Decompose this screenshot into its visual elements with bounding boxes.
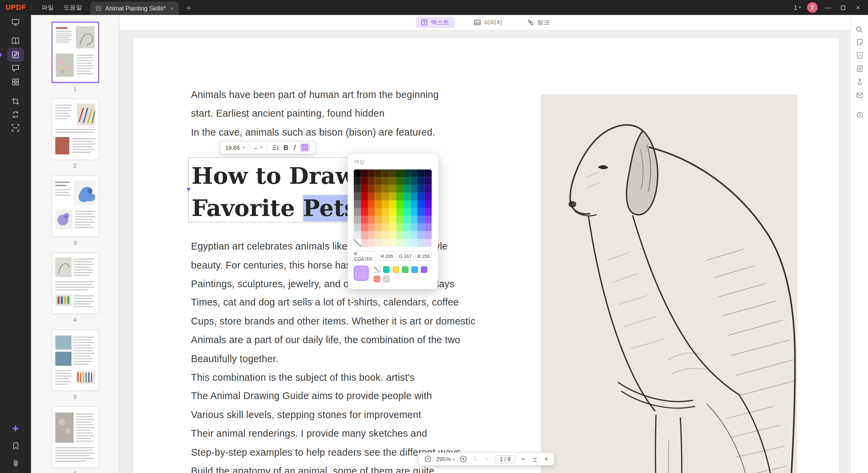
palette-cell-none[interactable] xyxy=(354,239,361,247)
image-tool-button[interactable]: 이미지 xyxy=(469,17,507,28)
palette-cell[interactable] xyxy=(403,200,411,208)
palette-cell[interactable] xyxy=(411,224,418,232)
blue-input[interactable]: B 255 xyxy=(416,251,432,261)
palette-cell[interactable] xyxy=(354,208,361,216)
thumbnail-page-5[interactable] xyxy=(51,329,99,391)
thumbnail-page-3[interactable] xyxy=(51,176,99,237)
palette-cell[interactable] xyxy=(411,208,418,216)
palette-cell[interactable] xyxy=(382,216,389,224)
quick-swatch[interactable] xyxy=(402,266,409,273)
organize-pages-button[interactable] xyxy=(7,75,24,89)
text-block-intro[interactable]: Animals have been part of human art from… xyxy=(191,86,439,142)
palette-cell[interactable] xyxy=(411,185,418,193)
tab-close-icon[interactable]: × xyxy=(170,5,174,12)
palette-cell[interactable] xyxy=(368,170,375,177)
palette-cell[interactable] xyxy=(375,185,382,193)
palette-cell[interactable] xyxy=(425,200,432,208)
palette-cell[interactable] xyxy=(389,177,396,185)
palette-cell[interactable] xyxy=(375,200,382,208)
ocr-button[interactable] xyxy=(7,121,24,135)
quick-swatch[interactable] xyxy=(411,266,418,273)
menu-help[interactable]: 도움말 xyxy=(59,3,87,12)
italic-button[interactable]: I xyxy=(293,144,295,152)
palette-cell[interactable] xyxy=(375,216,382,224)
palette-cell[interactable] xyxy=(418,177,425,185)
history-panel-button[interactable] xyxy=(853,110,866,120)
palette-cell[interactable] xyxy=(411,216,418,224)
palette-cell[interactable] xyxy=(396,208,403,216)
palette-cell[interactable] xyxy=(396,193,403,200)
thumbnail-page-1[interactable] xyxy=(51,22,99,83)
palette-cell[interactable] xyxy=(361,185,368,193)
palette-cell[interactable] xyxy=(361,200,368,208)
bookmark-button[interactable] xyxy=(8,439,22,452)
sticky-note-panel-button[interactable] xyxy=(853,37,866,47)
text-comment-panel-button[interactable] xyxy=(853,51,866,60)
palette-cell[interactable] xyxy=(396,224,403,232)
share-panel-button[interactable] xyxy=(853,77,866,87)
line-spacing-button[interactable] xyxy=(272,144,279,151)
palette-cell[interactable] xyxy=(389,208,396,216)
close-zoombar-icon[interactable]: × xyxy=(544,455,548,463)
thumbnail-page-4[interactable] xyxy=(51,252,99,314)
zoom-in-button[interactable] xyxy=(459,455,467,463)
palette-cell[interactable] xyxy=(425,239,432,247)
palette-cell[interactable] xyxy=(418,216,425,224)
palette-cell[interactable] xyxy=(389,200,396,208)
palette-cell[interactable] xyxy=(368,177,375,185)
previous-page-button[interactable] xyxy=(483,455,490,462)
palette-cell[interactable] xyxy=(368,239,375,247)
palette-cell[interactable] xyxy=(418,239,425,247)
palette-cell[interactable] xyxy=(389,170,396,177)
palette-cell[interactable] xyxy=(354,185,361,193)
palette-cell[interactable] xyxy=(361,239,368,247)
palette-cell[interactable] xyxy=(403,177,411,185)
palette-cell[interactable] xyxy=(368,193,375,200)
minimize-button[interactable]: — xyxy=(824,4,832,12)
palette-cell[interactable] xyxy=(382,185,389,193)
palette-cell[interactable] xyxy=(354,200,361,208)
palette-cell[interactable] xyxy=(375,170,382,177)
palette-cell[interactable] xyxy=(361,193,368,200)
crop-button[interactable] xyxy=(7,94,24,109)
convert-button[interactable] xyxy=(7,107,24,122)
palette-cell[interactable] xyxy=(382,231,389,239)
palette-cell[interactable] xyxy=(361,177,368,185)
palette-cell[interactable] xyxy=(403,208,411,216)
font-size-dropdown[interactable]: 18.66 ▾ xyxy=(225,144,245,151)
first-page-button[interactable] xyxy=(472,455,479,462)
hex-input[interactable]: # CDA7FF xyxy=(354,251,377,261)
quick-swatch[interactable] xyxy=(421,266,428,273)
palette-cell[interactable] xyxy=(368,200,375,208)
palette-cell[interactable] xyxy=(361,231,368,239)
link-tool-button[interactable]: 링크 xyxy=(522,17,554,28)
palette-cell[interactable] xyxy=(368,224,375,232)
preset-dropdown[interactable]: 1 ▾ xyxy=(794,4,801,11)
palette-cell[interactable] xyxy=(425,193,432,200)
palette-cell[interactable] xyxy=(396,185,403,193)
dog-sketch-image[interactable] xyxy=(541,94,797,473)
bold-button[interactable]: B xyxy=(283,144,288,152)
palette-cell[interactable] xyxy=(375,239,382,247)
palette-cell[interactable] xyxy=(403,170,411,177)
thumbnail-page-6[interactable] xyxy=(51,406,99,468)
palette-cell[interactable] xyxy=(389,185,396,193)
quick-swatch[interactable] xyxy=(393,266,399,273)
palette-cell[interactable] xyxy=(389,224,396,232)
palette-cell[interactable] xyxy=(403,224,411,232)
spacing-dropdown[interactable]: – ▾ xyxy=(254,144,262,151)
palette-cell[interactable] xyxy=(396,231,403,239)
zoom-out-button[interactable] xyxy=(424,455,432,463)
comment-button[interactable] xyxy=(7,61,24,75)
quick-swatch[interactable] xyxy=(383,266,390,273)
edit-pdf-button[interactable] xyxy=(7,47,24,62)
selection-handle[interactable] xyxy=(186,187,190,191)
avatar[interactable]: T xyxy=(807,2,817,13)
page-indicator[interactable]: 1 / 9 xyxy=(495,455,515,463)
palette-cell[interactable] xyxy=(354,170,361,177)
palette-cell[interactable] xyxy=(354,193,361,200)
palette-cell[interactable] xyxy=(403,193,411,200)
search-button[interactable] xyxy=(853,24,866,34)
palette-cell[interactable] xyxy=(418,193,425,200)
palette-cell[interactable] xyxy=(389,193,396,200)
